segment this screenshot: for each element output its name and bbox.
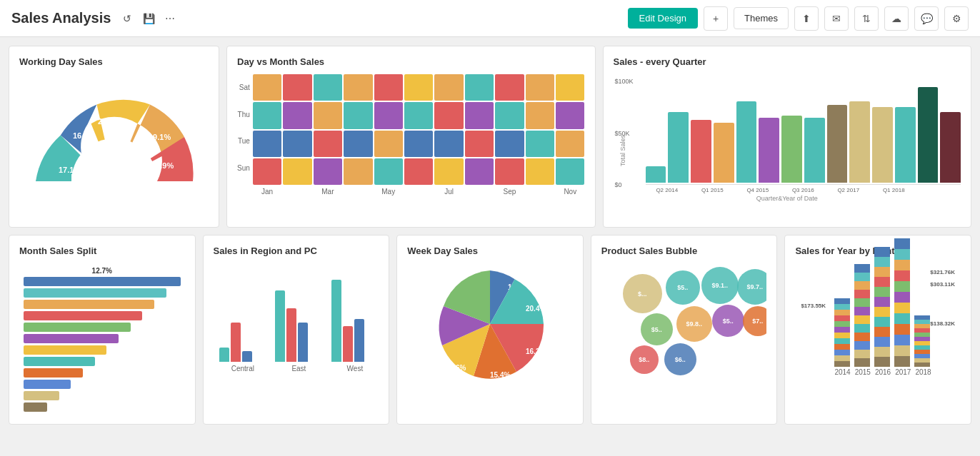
region-pc-chart: Central East West [214, 263, 379, 385]
funnel-bar [24, 368, 83, 378]
cell [283, 102, 311, 128]
bar [736, 101, 757, 183]
cell [374, 158, 403, 185]
bar-chart-bars [646, 74, 961, 185]
cell [434, 102, 463, 128]
bar [804, 118, 825, 183]
bar [940, 112, 961, 183]
card-week-day-sales: Week Day Sales 10% 20.4% [396, 235, 584, 425]
cell [283, 158, 311, 185]
svg-text:13.6%: 13.6% [446, 364, 466, 372]
stacked-group-2017 [894, 238, 910, 367]
grouped-bar-area [219, 263, 379, 363]
svg-text:15.4%: 15.4% [490, 371, 510, 379]
bar [286, 308, 296, 362]
cell [465, 131, 494, 157]
group-central [219, 323, 267, 362]
share-icon[interactable]: ⇅ [854, 6, 879, 31]
bar [331, 280, 341, 362]
stacked-group-2015 [854, 264, 870, 367]
heatmap-y-labels: Sat Thu Tue Sun [237, 74, 250, 196]
cell [434, 74, 463, 101]
funnel-label: 12.7% [92, 267, 112, 275]
quarter-sales-title: Sales - every Quarter [614, 56, 961, 67]
header: Sales Analysis ↺ 💾 ⋯ Edit Design + Theme… [0, 0, 980, 37]
bubble: $5.. [641, 313, 673, 345]
group-east [275, 290, 323, 362]
funnel-bar [24, 288, 166, 298]
svg-text:19.1%: 19.1% [149, 133, 171, 141]
value-label: $321.76K [930, 269, 955, 275]
more-icon[interactable]: ⋯ [162, 11, 178, 26]
cell [556, 131, 584, 157]
bar [918, 87, 939, 183]
cell [526, 102, 554, 128]
month-sales-title: Month Sales Split [19, 245, 185, 256]
cell [404, 102, 433, 128]
x-axis-title: Quarter&Year of Date [614, 195, 961, 202]
bubble: $5.. [666, 270, 700, 305]
stacked-group-2014 [834, 298, 850, 367]
cell [253, 131, 281, 157]
heatmap-main: Jan Mar May Jul Sep Nov [253, 74, 585, 196]
themes-button[interactable]: Themes [734, 7, 789, 29]
heatmap-grid [253, 74, 585, 185]
value-label: $138.32K [930, 320, 955, 327]
bubble: $5.. [712, 305, 744, 337]
refresh-icon[interactable]: ↺ [119, 11, 135, 26]
funnel-bar [24, 300, 154, 309]
cell [314, 102, 342, 128]
cell [344, 131, 372, 157]
cell [465, 158, 494, 185]
email-icon[interactable]: ✉ [824, 6, 849, 31]
funnel-bar [24, 323, 131, 332]
cell [556, 102, 584, 128]
svg-rect-5 [71, 174, 157, 183]
bubble: $8.. [630, 345, 659, 374]
add-button[interactable]: + [704, 6, 728, 31]
week-day-title: Week Day Sales [407, 245, 573, 256]
cell [526, 131, 554, 157]
quarter-sales-chart: $100K $50K $0 Total Sales [614, 74, 961, 217]
upload-icon[interactable]: ☁ [884, 6, 909, 31]
cell [283, 131, 311, 157]
funnel-bar [24, 311, 142, 320]
cell [314, 158, 342, 185]
cell [495, 158, 524, 185]
cell [374, 102, 403, 128]
stacked-area [795, 263, 961, 367]
bar [242, 351, 252, 362]
product-bubble-title: Product Sales Bubble [601, 245, 767, 256]
value-label: $303.11K [930, 281, 955, 288]
page-title: Sales Analysis [11, 10, 111, 26]
cell [374, 131, 403, 157]
bar [231, 323, 241, 362]
funnel-bar [24, 334, 119, 343]
bubble: $9.1.. [701, 267, 739, 304]
bar [298, 323, 308, 362]
cell [344, 74, 372, 101]
cell [344, 158, 372, 185]
save-icon[interactable]: 💾 [141, 11, 156, 26]
settings-icon[interactable]: ⚙ [944, 6, 969, 31]
svg-text:16.3%: 16.3% [73, 131, 95, 140]
cell [374, 74, 403, 101]
bubble: $9.8.. [676, 306, 712, 342]
svg-text:20.5%: 20.5% [98, 117, 120, 126]
funnel-bar [24, 345, 106, 355]
working-day-sales-chart: 17.1% 16.3% 20.5% 19.1% 26.9% [19, 74, 209, 196]
card-quarter-sales: Sales - every Quarter $100K $50K $0 Tota… [603, 46, 972, 228]
y-axis: $100K $50K $0 [615, 78, 634, 188]
comment-icon[interactable]: 💬 [914, 6, 939, 31]
edit-design-button[interactable]: Edit Design [628, 8, 698, 29]
bar [219, 348, 229, 362]
cell [253, 102, 281, 128]
heatmap-row-sat [253, 74, 585, 101]
cell [556, 158, 584, 185]
export-icon[interactable]: ⬆ [794, 6, 819, 31]
cell [283, 74, 311, 101]
year-month-chart: $321.76K $303.11K $173.55K $138.32K [795, 263, 961, 392]
stacked-group-2016 [874, 247, 890, 367]
bar [714, 123, 734, 183]
dashboard: Working Day Sales 17.1% 16.3% [0, 37, 980, 433]
